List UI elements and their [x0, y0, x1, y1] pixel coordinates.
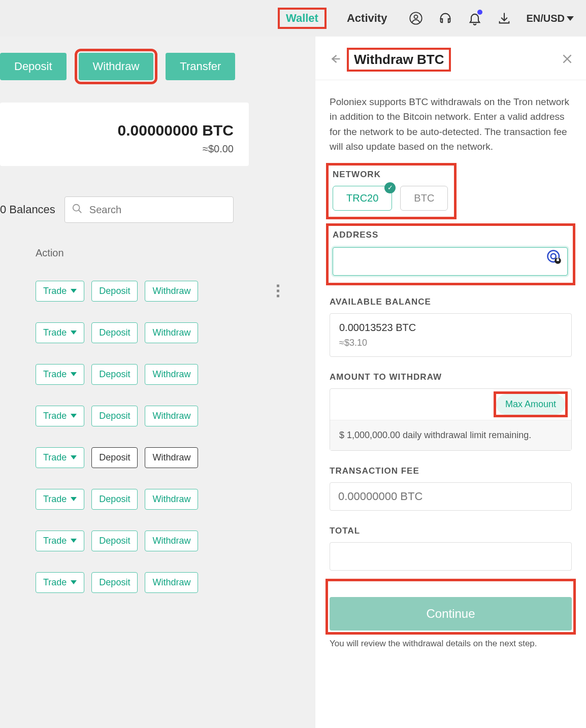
trade-label: Trade [43, 286, 67, 296]
trade-dropdown[interactable]: Trade [36, 406, 84, 426]
chevron-down-icon [71, 497, 77, 501]
row-withdraw-button[interactable]: Withdraw [145, 531, 198, 551]
asset-row: TradeDepositWithdraw [0, 312, 315, 353]
network-option-trc20[interactable]: TRC20 ✓ [333, 186, 392, 211]
close-icon[interactable] [561, 52, 574, 68]
chevron-down-icon [71, 289, 77, 293]
amount-input[interactable] [336, 395, 496, 413]
available-balance-amount: 0.00013523 BTC [339, 322, 562, 334]
search-input[interactable] [64, 196, 234, 223]
chevron-down-icon [71, 330, 77, 335]
balance-card: 0.00000000 BTC ≈$0.00 [0, 103, 249, 166]
headset-icon[interactable] [438, 11, 453, 26]
row-withdraw-button[interactable]: Withdraw [145, 447, 198, 468]
trade-dropdown[interactable]: Trade [36, 531, 84, 551]
asset-row: TradeDepositWithdraw [0, 270, 315, 312]
total-label: TOTAL [330, 526, 572, 536]
available-balance-box: 0.00013523 BTC ≈$3.10 [330, 313, 572, 357]
tab-activity[interactable]: Activity [340, 9, 394, 28]
wallet-content: Deposit Withdraw Transfer 0.00000000 BTC… [0, 37, 315, 728]
trade-dropdown[interactable]: Trade [36, 281, 84, 302]
back-icon[interactable] [328, 52, 342, 68]
row-deposit-button[interactable]: Deposit [91, 364, 138, 385]
deposit-button[interactable]: Deposit [0, 53, 67, 80]
trade-dropdown[interactable]: Trade [36, 447, 84, 468]
max-amount-button[interactable]: Max Amount [496, 394, 565, 415]
withdraw-info-text: Poloniex supports BTC withdrawals on the… [330, 94, 572, 154]
chevron-down-icon [71, 414, 77, 418]
svg-point-1 [414, 15, 418, 19]
address-input[interactable] [333, 247, 568, 276]
chevron-down-icon [71, 580, 77, 584]
trade-label: Trade [43, 369, 67, 380]
withdraw-panel: Withdraw BTC Poloniex supports BTC withd… [315, 37, 586, 728]
svg-point-4 [551, 254, 556, 259]
asset-row: TradeDepositWithdraw [0, 395, 315, 437]
asset-row: TradeDepositWithdraw [0, 520, 315, 561]
address-label: ADDRESS [333, 230, 568, 240]
chevron-down-icon [567, 16, 574, 21]
chevron-down-icon [71, 539, 77, 543]
trade-label: Trade [43, 411, 67, 421]
trade-dropdown[interactable]: Trade [36, 572, 84, 593]
address-book-icon[interactable] [546, 249, 562, 267]
row-withdraw-button[interactable]: Withdraw [145, 322, 198, 343]
row-withdraw-button[interactable]: Withdraw [145, 572, 198, 593]
row-withdraw-button[interactable]: Withdraw [145, 489, 198, 510]
balance-fiat: ≈$0.00 [15, 143, 234, 155]
amount-label: AMOUNT TO WITHDRAW [330, 372, 572, 382]
asset-row: TradeDepositWithdraw [0, 353, 315, 395]
trade-dropdown[interactable]: Trade [36, 489, 84, 510]
transaction-fee-label: TRANSACTION FEE [330, 466, 572, 476]
transfer-button[interactable]: Transfer [166, 53, 235, 80]
network-label: NETWORK [333, 170, 448, 180]
trade-label: Trade [43, 494, 67, 505]
panel-title: Withdraw BTC [349, 50, 449, 70]
row-deposit-button[interactable]: Deposit [91, 447, 138, 468]
language-label: EN/USD [526, 13, 565, 24]
total-display [330, 542, 572, 571]
account-icon[interactable] [408, 11, 424, 26]
app-header: Wallet Activity EN/USD [0, 0, 586, 37]
bell-icon[interactable] [467, 11, 482, 26]
row-deposit-button[interactable]: Deposit [91, 572, 138, 593]
continue-button[interactable]: Continue [330, 597, 572, 631]
withdraw-button[interactable]: Withdraw [79, 53, 154, 80]
download-icon[interactable] [497, 11, 512, 26]
row-deposit-button[interactable]: Deposit [91, 322, 138, 343]
chevron-down-icon [71, 455, 77, 459]
row-withdraw-button[interactable]: Withdraw [145, 406, 198, 426]
row-deposit-button[interactable]: Deposit [91, 489, 138, 510]
row-deposit-button[interactable]: Deposit [91, 531, 138, 551]
balances-count-label: 0 Balances [0, 203, 55, 216]
tab-wallet[interactable]: Wallet [279, 9, 325, 28]
trade-dropdown[interactable]: Trade [36, 364, 84, 385]
trade-label: Trade [43, 327, 67, 338]
balance-amount: 0.00000000 BTC [15, 122, 234, 139]
row-withdraw-button[interactable]: Withdraw [145, 281, 198, 302]
asset-row: TradeDepositWithdraw [0, 478, 315, 520]
chevron-down-icon [71, 372, 77, 376]
trade-label: Trade [43, 536, 67, 546]
svg-point-2 [73, 205, 80, 211]
network-option-btc[interactable]: BTC [400, 186, 448, 211]
available-balance-fiat: ≈$3.10 [339, 338, 562, 348]
language-currency-selector[interactable]: EN/USD [526, 13, 574, 24]
checkmark-icon: ✓ [384, 182, 396, 193]
available-balance-label: AVAILABLE BALANCE [330, 297, 572, 307]
search-icon [72, 203, 83, 216]
withdrawal-limit-text: $ 1,000,000.00 daily withdrawal limit re… [330, 420, 571, 450]
transaction-fee-display [330, 482, 572, 511]
next-step-note: You will review the withdrawal details o… [330, 639, 572, 649]
asset-row: TradeDepositWithdraw [0, 561, 315, 603]
network-option-label: TRC20 [346, 192, 378, 204]
trade-label: Trade [43, 577, 67, 588]
row-deposit-button[interactable]: Deposit [91, 406, 138, 426]
asset-row: TradeDepositWithdraw [0, 437, 315, 478]
trade-dropdown[interactable]: Trade [36, 322, 84, 343]
action-column-header: Action [36, 247, 315, 259]
row-deposit-button[interactable]: Deposit [91, 281, 138, 302]
row-withdraw-button[interactable]: Withdraw [145, 364, 198, 385]
kebab-icon[interactable] [277, 285, 279, 297]
trade-label: Trade [43, 452, 67, 463]
